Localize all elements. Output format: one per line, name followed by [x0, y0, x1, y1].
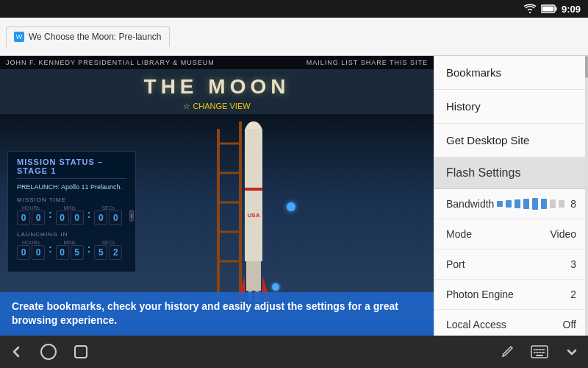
launch-m1: 0	[56, 245, 69, 260]
port-row: Port 3	[434, 250, 588, 280]
info-banner-text: Create bookmarks, check your history and…	[12, 300, 398, 327]
recents-nav-button[interactable]	[65, 336, 97, 368]
active-tab[interactable]: W We Choose the Moon: Pre-launch	[6, 26, 170, 47]
wifi-icon	[523, 4, 537, 14]
status-time: 9:09	[562, 4, 581, 15]
scrollbar-track[interactable]	[585, 56, 588, 336]
stylus-button[interactable]	[491, 336, 523, 368]
browser-area: JOHN F. KENNEDY PRESIDENTIAL LIBRARY & M…	[0, 56, 588, 336]
back-nav-button[interactable]	[0, 336, 32, 368]
launch-secs-label: SECs	[101, 240, 115, 245]
tab-title: We Choose the Moon: Pre-launch	[29, 32, 162, 42]
launch-h1: 0	[17, 245, 30, 260]
mission-s1: 0	[94, 210, 107, 225]
rocket-area: USA MISSION STATUS – STAGE 1 PRELAUNCH: …	[0, 114, 434, 320]
port-label: Port	[446, 258, 465, 270]
secs-label: SECs	[101, 205, 115, 210]
mission-h1: 0	[17, 210, 30, 225]
photon-engine-label: Photon Engine	[446, 289, 514, 300]
hours-label: HOURs	[22, 205, 40, 210]
svg-point-30	[542, 349, 544, 350]
svg-rect-14	[246, 261, 261, 291]
photon-engine-row: Photon Engine 2	[434, 280, 588, 310]
mission-sub: PRELAUNCH: Apollo 11 Prelaunch.	[17, 183, 126, 191]
svg-text:USA: USA	[247, 212, 259, 219]
hours-unit: HOURs 0 0	[17, 205, 45, 225]
svg-rect-22	[75, 346, 87, 358]
svg-rect-5	[239, 121, 242, 298]
mission-h2: 0	[32, 210, 45, 225]
launch-h2: 0	[32, 245, 45, 260]
bandwidth-bar: 8	[497, 198, 576, 210]
svg-point-28	[537, 349, 538, 350]
mission-title: MISSION STATUS – STAGE 1	[17, 158, 126, 179]
info-banner: Create bookmarks, check your history and…	[0, 292, 434, 336]
launch-time-display: HOURs 0 0 : MINs 0 5	[17, 240, 126, 260]
mission-m2: 0	[71, 210, 84, 225]
mission-m1: 0	[56, 210, 69, 225]
svg-point-21	[41, 344, 56, 359]
sep3: :	[49, 243, 52, 258]
svg-rect-1	[555, 7, 556, 11]
get-desktop-site-menu-item[interactable]: Get Desktop Site	[434, 124, 588, 158]
tab-bar: W We Choose the Moon: Pre-launch	[0, 18, 588, 56]
svg-point-32	[537, 352, 538, 353]
launching-in-section: LAUNCHING IN HOURs 0 0 : MINs	[17, 231, 126, 260]
status-indicator-2	[272, 283, 279, 291]
mode-row: Mode Video	[434, 219, 588, 250]
bandwidth-row: Bandwidth 8	[434, 189, 588, 219]
change-view[interactable]: ☆ CHANGE VIEW	[0, 102, 434, 114]
status-indicator	[287, 202, 295, 211]
status-icons: 9:09	[523, 4, 581, 15]
keyboard-button[interactable]	[523, 336, 556, 368]
sep2: :	[87, 208, 91, 223]
mode-value: Video	[550, 228, 576, 240]
secs-unit: SECs 0 0	[94, 205, 122, 225]
local-access-label: Local Access	[446, 319, 506, 330]
site-header: JOHN F. KENNEDY PRESIDENTIAL LIBRARY & M…	[0, 56, 434, 69]
nav-bar	[0, 336, 588, 368]
mins-unit: MINs 0 0	[56, 205, 84, 225]
scrollbar-thumb[interactable]	[585, 56, 588, 78]
svg-point-29	[539, 349, 541, 350]
sep4: :	[87, 243, 91, 258]
mission-time-label: MISSION TIME	[17, 197, 126, 203]
mission-s2: 0	[109, 210, 122, 225]
svg-rect-20	[245, 188, 262, 191]
launch-hours-unit: HOURs 0 0	[17, 240, 45, 260]
port-value: 3	[570, 258, 576, 270]
launch-mins-unit: MINs 0 5	[56, 240, 84, 260]
battery-icon	[541, 4, 557, 13]
bandwidth-value: 8	[570, 198, 576, 210]
mission-time-display: HOURs 0 0 : MINs 0 0	[17, 205, 126, 225]
sep1: :	[49, 208, 52, 223]
local-access-value: Off	[563, 319, 576, 330]
history-menu-item[interactable]: History	[434, 90, 588, 124]
launching-in-label: LAUNCHING IN	[17, 231, 126, 238]
svg-point-27	[534, 349, 535, 350]
svg-point-33	[539, 352, 541, 353]
expand-button[interactable]	[556, 336, 588, 368]
collapse-button[interactable]: ‹	[129, 210, 134, 222]
mins-label: MINs	[64, 205, 76, 210]
web-content: JOHN F. KENNEDY PRESIDENTIAL LIBRARY & M…	[0, 56, 434, 336]
rocket-image: USA	[195, 114, 283, 313]
mission-panel: MISSION STATUS – STAGE 1 PRELAUNCH: Apol…	[7, 151, 136, 272]
status-bar: 9:09	[0, 0, 588, 18]
local-access-row: Local Access Off	[434, 310, 588, 336]
site-header-right: MAILING LIST SHARE THIS SITE	[306, 59, 428, 66]
mode-label: Mode	[446, 228, 472, 240]
tab-favicon: W	[14, 32, 24, 42]
mission-time-section: MISSION TIME HOURs 0 0 : MINs	[17, 197, 126, 225]
home-nav-button[interactable]	[32, 336, 65, 368]
svg-point-31	[534, 352, 535, 353]
dropdown-menu: Bookmarks History Get Desktop Site Flash…	[434, 56, 588, 336]
svg-rect-13	[245, 129, 262, 261]
launch-mins-label: MINs	[64, 240, 76, 245]
svg-rect-6	[217, 129, 220, 298]
launch-m2: 5	[71, 245, 84, 260]
bookmarks-menu-item[interactable]: Bookmarks	[434, 56, 588, 90]
moon-title: THE MOON	[0, 69, 434, 102]
launch-s2: 2	[109, 245, 122, 260]
bandwidth-label: Bandwidth	[446, 198, 494, 210]
